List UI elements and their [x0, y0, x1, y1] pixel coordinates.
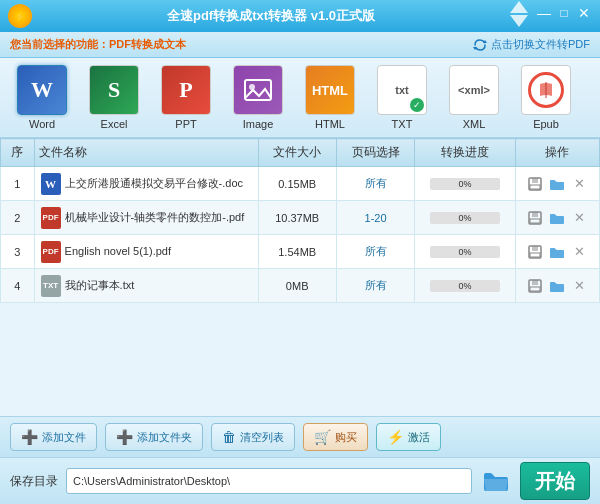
image-icon — [243, 76, 273, 104]
col-header-page: 页码选择 — [336, 139, 414, 167]
row-filename: PDF机械毕业设计-轴类零件的数控加-.pdf — [34, 201, 258, 235]
maximize-button[interactable]: □ — [556, 5, 572, 21]
browse-folder-button[interactable] — [480, 467, 512, 495]
row-filename: TXT我的记事本.txt — [34, 269, 258, 303]
row-seq: 4 — [1, 269, 35, 303]
row-save-icon[interactable] — [526, 209, 544, 227]
col-header-size: 文件大小 — [258, 139, 336, 167]
row-progress: 0% — [415, 235, 516, 269]
file-list-container: 序 文件名称 文件大小 页码选择 转换进度 操作 1 W上交所港股通模拟交易平台… — [0, 138, 600, 416]
buy-button[interactable]: 🛒 购买 — [303, 423, 368, 451]
svg-rect-4 — [245, 80, 271, 100]
add-folder-icon: ➕ — [116, 429, 133, 445]
row-filename: W上交所港股通模拟交易平台修改-.doc — [34, 167, 258, 201]
table-row: 3 PDFEnglish novel 5(1).pdf 1.54MB 所有 0% — [1, 235, 600, 269]
row-delete-icon[interactable]: ✕ — [570, 175, 588, 193]
add-file-label: 添加文件 — [42, 430, 86, 445]
tool-excel[interactable]: S Excel — [82, 65, 146, 130]
switch-mode-link[interactable]: 点击切换文件转PDF — [473, 37, 590, 52]
icon-toolbar: W Word S Excel P PPT Image HTML HTML — [0, 58, 600, 138]
table-row: 2 PDF机械毕业设计-轴类零件的数控加-.pdf 10.37MB 1-20 0… — [1, 201, 600, 235]
row-filesize: 1.54MB — [258, 235, 336, 269]
row-delete-icon[interactable]: ✕ — [570, 209, 588, 227]
clear-list-button[interactable]: 🗑 清空列表 — [211, 423, 295, 451]
svg-rect-11 — [532, 212, 538, 217]
row-pagerange[interactable]: 所有 — [336, 235, 414, 269]
row-actions: ✕ — [515, 201, 599, 235]
svg-rect-8 — [532, 178, 538, 183]
row-seq: 1 — [1, 167, 35, 201]
svg-rect-18 — [530, 287, 540, 291]
title-text: 全速pdf转换成txt转换器 v1.0正式版 — [32, 7, 510, 25]
row-save-icon[interactable] — [526, 277, 544, 295]
row-save-icon[interactable] — [526, 175, 544, 193]
col-header-seq: 序 — [1, 139, 35, 167]
tool-word[interactable]: W Word — [10, 65, 74, 130]
svg-rect-15 — [530, 253, 540, 257]
save-path-input[interactable] — [66, 468, 472, 494]
epub-icon — [536, 80, 556, 100]
title-bar: ⚡ 全速pdf转换成txt转换器 v1.0正式版 — □ ✕ — [0, 0, 600, 32]
svg-rect-12 — [530, 219, 540, 223]
svg-rect-17 — [532, 280, 538, 285]
app-logo: ⚡ — [8, 4, 32, 28]
sub-header: 您当前选择的功能：PDF转换成文本 点击切换文件转PDF — [0, 32, 600, 58]
col-header-name: 文件名称 — [34, 139, 258, 167]
tool-epub[interactable]: Epub — [514, 65, 578, 130]
start-button[interactable]: 开始 — [520, 462, 590, 500]
nav-arrow-down-icon — [510, 15, 528, 27]
table-row: 1 W上交所港股通模拟交易平台修改-.doc 0.15MB 所有 0% — [1, 167, 600, 201]
switch-mode-text: 点击切换文件转PDF — [491, 37, 590, 52]
tool-html[interactable]: HTML HTML — [298, 65, 362, 130]
tool-txt[interactable]: txt ✓ TXT — [370, 65, 434, 130]
row-progress: 0% — [415, 201, 516, 235]
minimize-button[interactable]: — — [536, 5, 552, 21]
activate-button[interactable]: ⚡ 激活 — [376, 423, 441, 451]
row-seq: 3 — [1, 235, 35, 269]
row-save-icon[interactable] — [526, 243, 544, 261]
row-folder-icon[interactable] — [548, 277, 566, 295]
row-delete-icon[interactable]: ✕ — [570, 243, 588, 261]
row-seq: 2 — [1, 201, 35, 235]
row-folder-icon[interactable] — [548, 209, 566, 227]
col-header-progress: 转换进度 — [415, 139, 516, 167]
row-pagerange[interactable]: 所有 — [336, 167, 414, 201]
close-button[interactable]: ✕ — [576, 5, 592, 21]
tool-image[interactable]: Image — [226, 65, 290, 130]
add-file-button[interactable]: ➕ 添加文件 — [10, 423, 97, 451]
nav-arrow-icon — [510, 1, 528, 13]
buy-label: 购买 — [335, 430, 357, 445]
row-progress: 0% — [415, 167, 516, 201]
add-folder-button[interactable]: ➕ 添加文件夹 — [105, 423, 203, 451]
col-header-action: 操作 — [515, 139, 599, 167]
svg-marker-1 — [510, 15, 528, 27]
row-filesize: 0.15MB — [258, 167, 336, 201]
row-filesize: 10.37MB — [258, 201, 336, 235]
add-file-icon: ➕ — [21, 429, 38, 445]
row-delete-icon[interactable]: ✕ — [570, 277, 588, 295]
clear-list-label: 清空列表 — [240, 430, 284, 445]
save-path-row: 保存目录 开始 — [0, 458, 600, 504]
file-table: 序 文件名称 文件大小 页码选择 转换进度 操作 1 W上交所港股通模拟交易平台… — [0, 138, 600, 303]
activate-icon: ⚡ — [387, 429, 404, 445]
tool-ppt[interactable]: P PPT — [154, 65, 218, 130]
svg-rect-9 — [530, 185, 540, 189]
activate-label: 激活 — [408, 430, 430, 445]
add-folder-label: 添加文件夹 — [137, 430, 192, 445]
switch-icon — [473, 38, 487, 52]
row-folder-icon[interactable] — [548, 243, 566, 261]
svg-point-5 — [249, 84, 255, 90]
row-actions: ✕ — [515, 269, 599, 303]
buy-icon: 🛒 — [314, 429, 331, 445]
svg-rect-14 — [532, 246, 538, 251]
row-pagerange[interactable]: 1-20 — [336, 201, 414, 235]
function-name: PDF转换成文本 — [109, 38, 186, 50]
svg-marker-0 — [510, 1, 528, 13]
row-pagerange[interactable]: 所有 — [336, 269, 414, 303]
row-actions: ✕ — [515, 167, 599, 201]
tool-xml[interactable]: <xml> XML — [442, 65, 506, 130]
current-function-label: 您当前选择的功能：PDF转换成文本 — [10, 37, 186, 52]
row-progress: 0% — [415, 269, 516, 303]
bottom-toolbar: ➕ 添加文件 ➕ 添加文件夹 🗑 清空列表 🛒 购买 ⚡ 激活 — [0, 416, 600, 458]
row-folder-icon[interactable] — [548, 175, 566, 193]
